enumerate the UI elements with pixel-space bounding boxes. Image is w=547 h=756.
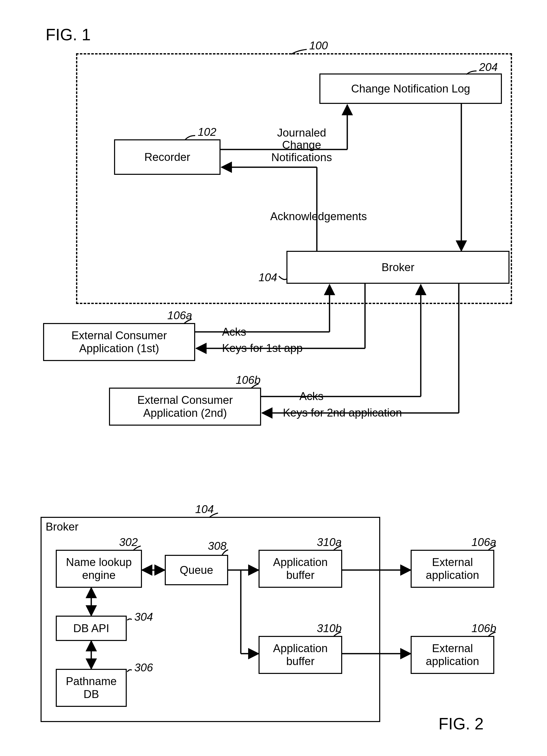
broker-outer-ref: 104: [195, 503, 214, 516]
recorder-box-front: Recorder: [114, 139, 220, 175]
ext-app-a-ref: 106a: [472, 536, 496, 549]
ext-app-a-label: External application: [413, 556, 492, 581]
fig1-title: FIG. 1: [46, 25, 91, 44]
db-api-label: DB API: [73, 622, 109, 635]
consumer-b-ref: 106b: [236, 374, 260, 386]
broker-outer-label: Broker: [46, 520, 79, 533]
ext-app-b-box: External application: [411, 636, 494, 674]
keys-a-label: Keys for 1st app: [220, 342, 304, 354]
ack-label: Acknowledgements: [269, 210, 369, 222]
ext-app-b-ref: 106b: [472, 622, 496, 635]
fig2-title: FIG. 2: [439, 714, 484, 733]
queue-label: Queue: [180, 564, 213, 577]
change-log-label: Change Notification Log: [351, 82, 470, 95]
pathname-db-box: Pathname DB: [56, 669, 127, 707]
queue-ref: 308: [208, 540, 226, 552]
app-buf-b-box: Application buffer: [258, 636, 342, 674]
acks-b-label: Acks: [298, 390, 325, 402]
ext-app-b-label: External application: [413, 642, 492, 668]
broker-box: Broker: [287, 251, 510, 284]
app-buf-b-ref: 310b: [317, 622, 342, 635]
broker-ref: 104: [258, 271, 277, 284]
name-lookup-box: Name lookup engine: [56, 550, 142, 588]
queue-box: Queue: [165, 555, 228, 585]
app-buf-b-label: Application buffer: [261, 642, 340, 668]
db-api-ref: 304: [134, 611, 153, 623]
consumer-a-ref: 106a: [167, 309, 192, 322]
app-buf-a-box: Application buffer: [258, 550, 342, 588]
consumer-b-label: External Consumer Application (2nd): [111, 394, 258, 419]
app-buf-a-label: Application buffer: [261, 556, 340, 581]
db-api-box: DB API: [56, 616, 127, 641]
broker-label: Broker: [382, 261, 415, 274]
system-ref: 100: [309, 39, 328, 52]
pathname-db-label: Pathname DB: [58, 675, 124, 701]
consumer-a-label: External Consumer Application (1st): [46, 329, 193, 355]
recorder-ref: 102: [198, 126, 216, 138]
name-lookup-ref: 302: [119, 536, 138, 549]
ext-app-a-box: External application: [411, 550, 494, 588]
app-buf-a-ref: 310a: [317, 536, 342, 549]
change-log-ref: 204: [479, 61, 498, 73]
acks-a-label: Acks: [220, 326, 247, 338]
change-log-box: Change Notification Log: [320, 73, 502, 104]
consumer-a-box: External Consumer Application (1st): [43, 323, 195, 361]
journal-label: Journaled Change Notifications: [258, 127, 345, 163]
pathname-db-ref: 306: [134, 661, 153, 674]
keys-b-label: Keys for 2nd application: [282, 407, 404, 419]
consumer-b-box: External Consumer Application (2nd): [109, 388, 261, 426]
name-lookup-label: Name lookup engine: [58, 556, 139, 581]
